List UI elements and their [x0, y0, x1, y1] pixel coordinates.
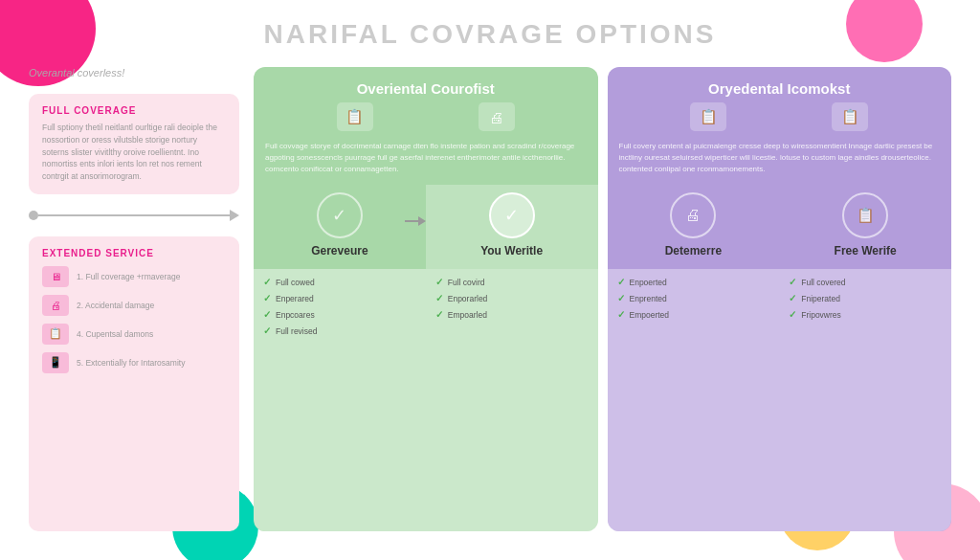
feature-text: Enpcoares — [276, 310, 315, 320]
service-item-3: 📋 4. Cupentsal damons — [42, 324, 226, 345]
check-icon: ✓ — [435, 277, 443, 287]
service-item-4: 📱 5. Extcentially for Intarosamity — [42, 352, 226, 373]
feature-freewerife-3: ✓ Fripovwres — [789, 309, 942, 320]
content-area: Overantal coverless! FULL COVERAGE Full … — [29, 67, 951, 531]
plan-freewerife-header: 📋 Free Werife — [779, 185, 951, 269]
feature-youwritle-2: ✓ Enporarled — [435, 293, 589, 303]
feature-gereveure-4: ✓ Full revised — [263, 325, 416, 336]
feature-gereveure-2: ✓ Enperared — [263, 293, 416, 303]
arrow-divider — [29, 206, 239, 225]
feature-gereveure-1: ✓ Full cowed — [263, 277, 416, 287]
check-icon: ✓ — [263, 293, 271, 303]
service-text-2: 2. Accidental damage — [77, 301, 154, 310]
feature-text: Enporarled — [448, 294, 488, 303]
feature-text: Empoerted — [630, 310, 670, 320]
feature-text: Empoarled — [448, 310, 487, 320]
check-icon: ✓ — [435, 293, 443, 303]
main-content: Overiental Courofist 📋 🖨 Full covvage st… — [254, 67, 951, 531]
full-coverage-text: Full sptiony thetil neitlantl ourltige r… — [42, 122, 226, 183]
check-icon: ✓ — [435, 309, 443, 320]
check-icon: ✓ — [263, 325, 271, 336]
check-icon: ✓ — [789, 309, 796, 320]
plan-detemerre-header: 🖨 Detemerre — [608, 185, 780, 269]
feature-detemerre-3: ✓ Empoerted — [617, 309, 770, 320]
full-coverage-box: FULL COVERAGE Full sptiony thetil neitla… — [29, 94, 239, 194]
feature-text: Full revised — [276, 326, 317, 336]
check-icon: ✓ — [263, 309, 271, 320]
plan-gereveure-features: ✓ Full cowed ✓ Enperared ✓ Enpcoares — [254, 269, 426, 531]
feature-text: Enprented — [630, 294, 667, 303]
plan-gereveure-name: Gereveure — [311, 244, 368, 258]
plan-detemerre-features: ✓ Enpoerted ✓ Enprented ✓ Empoerted — [608, 269, 780, 531]
green-icon-2: 🖨 — [479, 102, 515, 131]
feature-detemerre-1: ✓ Enpoerted — [617, 277, 770, 287]
feature-text: Full cowed — [276, 278, 315, 287]
purple-icon-2: 📋 — [832, 102, 868, 131]
plan-youwritle-name: You Weritle — [480, 244, 543, 258]
extended-service-box: EXTENDED SERVICE 🖥 1. Full coverage +rma… — [29, 236, 239, 531]
purple-section-header: Oryedental Icomokst 📋 📋 Full covery cent… — [608, 67, 952, 185]
arrow-line — [38, 214, 230, 216]
green-section-desc: Full covvage storye of docrimental carna… — [265, 141, 587, 175]
purple-section-desc: Full covery centent al puicmalenge cress… — [619, 141, 941, 175]
feature-youwritle-3: ✓ Empoarled — [435, 309, 589, 320]
feature-gereveure-3: ✓ Enpcoares — [263, 309, 416, 320]
feature-text: Enpoerted — [630, 278, 667, 287]
service-icon-2: 🖨 — [42, 295, 69, 316]
service-icon-1: 🖥 — [42, 266, 69, 287]
purple-icon-1: 📋 — [690, 102, 726, 131]
arrow-into-head — [418, 216, 426, 226]
feature-text: Full covered — [801, 278, 845, 287]
check-icon: ✓ — [789, 277, 796, 287]
left-sidebar: Overantal coverless! FULL COVERAGE Full … — [29, 67, 239, 531]
plan-detemerre: 🖨 Detemerre ✓ Enpoerted ✓ Enprented — [608, 185, 780, 531]
check-icon: ✓ — [789, 293, 796, 303]
service-text-4: 5. Extcentially for Intarosamity — [77, 358, 185, 368]
check-icon: ✓ — [617, 309, 625, 320]
green-section: Overiental Courofist 📋 🖨 Full covvage st… — [254, 67, 598, 531]
green-plans-row: ✓ Gereveure ✓ Full cowed ✓ Enperared — [254, 185, 598, 531]
plan-freewerife-features: ✓ Full covered ✓ Fniperated ✓ Fripovwres — [779, 269, 951, 531]
feature-youwritle-1: ✓ Full covird — [435, 277, 589, 287]
page-container: NARIFAL COVRAGE OPTIONS Overantal coverl… — [0, 0, 980, 560]
plan-gereveure-icon: ✓ — [317, 192, 363, 238]
extended-service-title: EXTENDED SERVICE — [42, 248, 226, 258]
feature-detemerre-2: ✓ Enprented — [617, 293, 770, 303]
feature-freewerife-1: ✓ Full covered — [789, 277, 942, 287]
service-text-3: 4. Cupentsal damons — [77, 329, 153, 339]
coverage-header-label: Overantal coverless! — [29, 67, 239, 78]
feature-text: Fripovwres — [801, 310, 841, 320]
plan-gereveure-header: ✓ Gereveure — [254, 185, 426, 269]
feature-freewerife-2: ✓ Fniperated — [789, 293, 942, 303]
plan-youwritle-header: ✓ You Weritle — [426, 185, 598, 269]
feature-text: Fniperated — [801, 294, 840, 303]
check-icon: ✓ — [617, 293, 625, 303]
purple-section-title: Oryedental Icomokst — [619, 80, 941, 97]
plan-freewerife-icon: 📋 — [842, 192, 888, 238]
green-section-title: Overiental Courofist — [265, 80, 587, 97]
service-text-1: 1. Full coverage +rmaverage — [77, 272, 180, 281]
check-icon: ✓ — [617, 277, 625, 287]
plan-freewerife-name: Free Werife — [835, 244, 897, 258]
service-item-2: 🖨 2. Accidental damage — [42, 295, 226, 316]
arrow-dot — [29, 211, 38, 220]
arrow-head — [230, 210, 239, 221]
plan-freewerife: 📋 Free Werife ✓ Full covered ✓ Fniperate… — [779, 185, 951, 531]
feature-text: Enperared — [276, 294, 314, 303]
plan-youwritle: ✓ You Weritle ✓ Full covird — [426, 185, 598, 531]
purple-section: Oryedental Icomokst 📋 📋 Full covery cent… — [608, 67, 952, 531]
arrow-into-line — [405, 220, 418, 222]
green-section-header: Overiental Courofist 📋 🖨 Full covvage st… — [254, 67, 598, 185]
plan-youwritle-icon: ✓ — [489, 192, 535, 238]
green-icon-1: 📋 — [337, 102, 373, 131]
plan-gereveure: ✓ Gereveure ✓ Full cowed ✓ Enperared — [254, 185, 426, 531]
plan-detemerre-icon: 🖨 — [670, 192, 716, 238]
check-icon: ✓ — [263, 277, 271, 287]
plan-detemerre-name: Detemerre — [665, 244, 722, 258]
arrow-into-plan — [405, 216, 426, 226]
plan-youwritle-features: ✓ Full covird ✓ Enporarled ✓ Empoarled — [426, 269, 598, 531]
feature-text: Full covird — [448, 278, 485, 287]
service-item-1: 🖥 1. Full coverage +rmaverage — [42, 266, 226, 287]
full-coverage-title: FULL COVERAGE — [42, 105, 226, 116]
service-icon-3: 📋 — [42, 324, 69, 345]
